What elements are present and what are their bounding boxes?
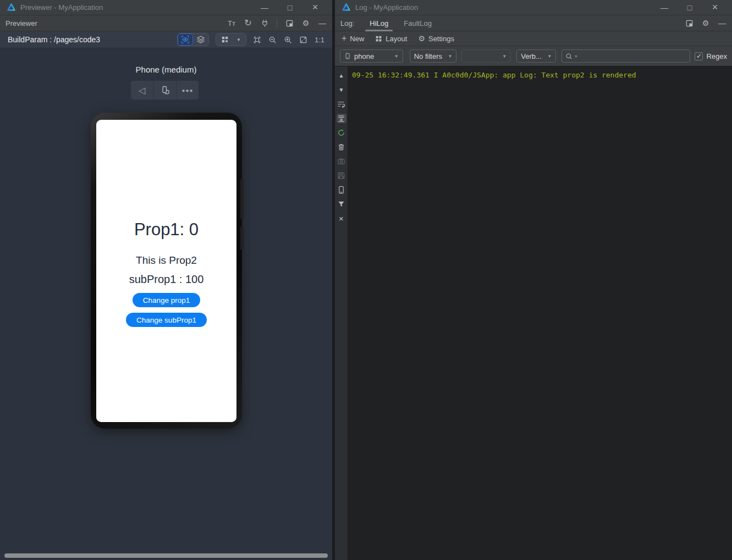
inspector-eye-toggle[interactable] xyxy=(178,34,193,46)
search-icon xyxy=(565,53,573,60)
device-select-value: phone xyxy=(354,52,374,60)
device-toolbar: ◁ ●●● xyxy=(131,81,199,99)
gear-icon[interactable]: ⚙ xyxy=(701,18,710,29)
hide-panel-icon[interactable]: — xyxy=(318,18,327,29)
minimize-icon[interactable]: — xyxy=(652,1,677,15)
tab-hilog[interactable]: HiLog xyxy=(362,15,396,31)
zoom-ratio-button[interactable]: 1:1 xyxy=(315,34,324,45)
regex-option: ✓ Regex xyxy=(695,52,727,60)
chevron-down-icon: ▼ xyxy=(498,54,507,59)
rotate-device-button[interactable] xyxy=(153,81,176,99)
deveco-logo-icon xyxy=(7,3,16,12)
log-search-box: ▼ xyxy=(562,49,690,63)
back-button[interactable]: ◁ xyxy=(131,81,153,99)
deveco-logo-icon xyxy=(342,3,351,12)
scroll-to-bottom-icon[interactable]: ▼ xyxy=(337,85,346,95)
horizontal-scrollbar[interactable] xyxy=(4,553,328,558)
subprop1-text: subProp1 : 100 xyxy=(129,273,204,286)
phone-power-button xyxy=(240,226,244,250)
bounds-frame-icon[interactable] xyxy=(253,34,262,45)
device-log-icon[interactable] xyxy=(337,185,346,195)
scroll-to-top-icon[interactable]: ▲ xyxy=(337,71,346,80)
process-select[interactable]: ▼ xyxy=(461,49,511,63)
new-session-label: New xyxy=(350,35,364,43)
change-prop1-button[interactable]: Change prop1 xyxy=(133,293,201,307)
tab-faultlog[interactable]: FaultLog xyxy=(396,15,439,31)
search-input[interactable] xyxy=(580,52,686,60)
chevron-down-icon: ▼ xyxy=(543,54,552,59)
hide-panel-icon[interactable]: — xyxy=(718,18,727,29)
panel-layout-icon[interactable] xyxy=(285,18,294,29)
new-session-button[interactable]: + New xyxy=(342,34,364,43)
settings-label: Settings xyxy=(428,35,454,43)
close-icon[interactable]: × xyxy=(302,1,328,15)
more-options-button[interactable]: ●●● xyxy=(176,81,199,99)
log-level-value: Verb... xyxy=(521,52,542,60)
previewer-titlebar: Previewer - MyApplication — □ × xyxy=(0,0,332,15)
save-log-icon[interactable] xyxy=(337,171,346,180)
log-tabs-bar: Log: HiLog FaultLog ⚙ — xyxy=(335,15,732,31)
log-actions-bar: + New Layout ⚙ Settings xyxy=(335,31,732,46)
plus-icon: + xyxy=(342,34,346,43)
multi-device-group: ▼ xyxy=(216,33,246,46)
gear-icon[interactable]: ⚙ xyxy=(301,18,310,29)
regex-label: Regex xyxy=(706,52,727,60)
restart-session-icon[interactable] xyxy=(337,128,346,137)
device-dropdown-arrow-icon[interactable]: ▼ xyxy=(233,34,245,46)
log-sidebar: ▲ ▼ xyxy=(335,66,348,560)
log-window-title: Log - MyApplication xyxy=(355,3,652,12)
maximize-icon[interactable]: □ xyxy=(277,1,302,15)
buildparam-label: BuildParam : /pages/code3 xyxy=(8,35,177,44)
maximize-icon[interactable]: □ xyxy=(677,1,702,15)
layout-button[interactable]: Layout xyxy=(375,35,407,43)
filter-select-value: No filters xyxy=(414,52,442,60)
plug-icon[interactable] xyxy=(260,18,269,29)
change-subprop1-button[interactable]: Change subProp1 xyxy=(126,313,207,327)
phone-mockup: Prop1: 0 This is Prop2 subProp1 : 100 Ch… xyxy=(91,113,242,429)
chevron-down-icon: ▼ xyxy=(390,54,399,59)
multi-profile-grid-icon[interactable] xyxy=(217,34,233,46)
phone-screen: Prop1: 0 This is Prop2 subProp1 : 100 Ch… xyxy=(96,120,236,422)
zoom-in-icon[interactable] xyxy=(284,34,293,45)
device-select[interactable]: phone ▼ xyxy=(340,49,403,63)
prop2-text: This is Prop2 xyxy=(136,254,197,267)
log-window: Log - MyApplication — □ × Log: HiLog Fau… xyxy=(335,0,732,560)
buildparam-bar: BuildParam : /pages/code3 xyxy=(0,31,332,48)
filter-funnel-icon[interactable] xyxy=(337,199,346,209)
log-output: 09-25 16:32:49.361 I A0c0d0/JSApp: app L… xyxy=(348,66,732,560)
toolbar-separator xyxy=(277,19,277,27)
text-size-icon[interactable]: Tᴛ xyxy=(227,18,236,29)
previewer-window: Previewer - MyApplication — □ × Previewe… xyxy=(0,0,332,560)
phone-volume-button xyxy=(240,179,244,219)
log-label: Log: xyxy=(340,19,354,27)
gear-icon: ⚙ xyxy=(418,34,425,43)
preview-canvas: Phone (medium) ◁ ●●● Prop1: 0 This is Pr… xyxy=(0,48,332,560)
search-history-arrow-icon: ▼ xyxy=(574,54,578,58)
phone-icon xyxy=(344,52,351,60)
panel-layout-icon[interactable] xyxy=(685,18,694,29)
settings-button[interactable]: ⚙ Settings xyxy=(418,34,454,43)
regex-checkbox[interactable]: ✓ xyxy=(695,52,703,60)
layers-toggle[interactable] xyxy=(193,34,208,46)
prop1-text: Prop1: 0 xyxy=(134,220,199,240)
minimize-icon[interactable]: — xyxy=(252,1,277,15)
refresh-icon[interactable]: ↻ xyxy=(244,18,252,29)
previewer-toolbar: Previewer Tᴛ ↻ ⚙ — xyxy=(0,15,332,31)
log-level-select[interactable]: Verb... ▼ xyxy=(516,49,556,63)
fit-to-window-icon[interactable] xyxy=(299,34,308,45)
log-body: ▲ ▼ xyxy=(335,66,732,560)
close-icon[interactable]: × xyxy=(702,1,728,15)
previewer-window-title: Previewer - MyApplication xyxy=(20,3,252,12)
view-mode-toggle xyxy=(177,33,209,46)
log-filter-bar: phone ▼ No filters ▼ ▼ Verb... ▼ ▼ ✓ Reg… xyxy=(335,46,732,66)
chevron-down-icon: ▼ xyxy=(444,54,453,59)
screenshot-icon[interactable] xyxy=(337,157,346,166)
soft-wrap-icon[interactable] xyxy=(337,99,346,109)
clear-log-icon[interactable] xyxy=(337,142,346,152)
close-panel-icon[interactable]: × xyxy=(337,214,346,223)
zoom-out-icon[interactable] xyxy=(268,34,277,45)
scroll-to-end-icon[interactable] xyxy=(337,114,346,123)
log-line: 09-25 16:32:49.361 I A0c0d0/JSApp: app L… xyxy=(352,71,732,79)
filter-select[interactable]: No filters ▼ xyxy=(410,49,457,63)
layout-label: Layout xyxy=(386,35,407,43)
